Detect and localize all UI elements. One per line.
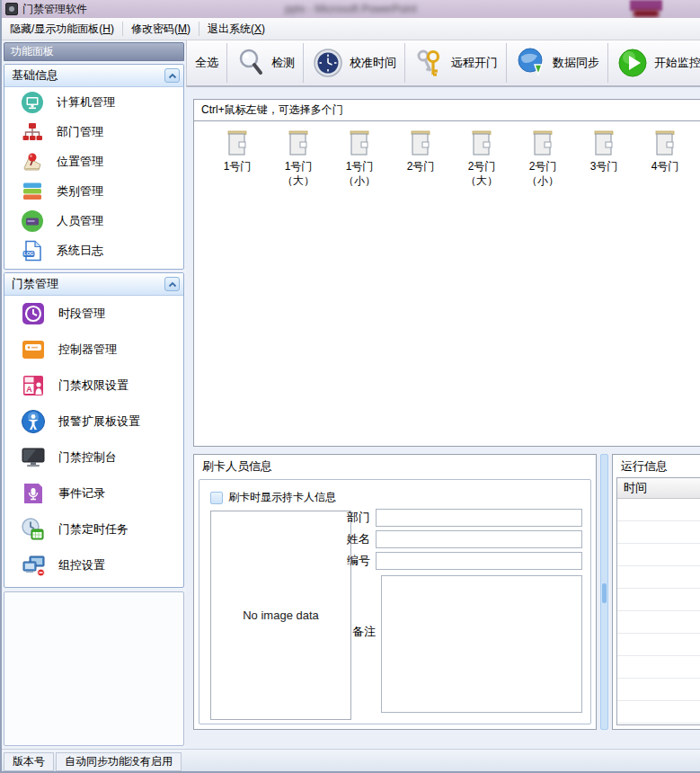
door-item[interactable]: 2号门（大） [451,129,512,188]
door-item[interactable]: 2号门（小） [512,129,573,188]
collapse-button[interactable] [164,68,180,83]
swipe-panel-body: 刷卡时显示持卡人信息 No image data 部门 姓名 编号 备注 [199,479,591,724]
no-image-text: No image data [243,609,319,622]
person-card-icon [21,209,44,233]
layers-icon [21,180,44,203]
name-label: 姓名 [199,531,376,547]
section-title: 基础信息 [12,67,164,84]
alarm-board-icon [21,409,46,434]
menu-item-change-password[interactable]: 修改密码(M) [123,18,199,40]
door-item[interactable]: 1号门 [207,129,268,188]
sidebar-item-group-control-settings[interactable]: 组控设置 [4,547,183,583]
door-list: 1号门 1号门（大） [194,121,700,188]
door-icon [226,130,248,157]
door-selection-hint: Ctrl+鼠标左键，可选择多个门 [194,100,700,121]
swipe-panel-title: 刷卡人员信息 [194,455,596,478]
door-icon [593,130,615,157]
org-chart-icon [21,120,44,144]
permission-icon: A [21,373,46,398]
door-icon [471,130,492,157]
door-item[interactable]: 1号门（大） [268,129,329,188]
schedule-icon [21,517,46,542]
time-column-header[interactable]: 时间 [617,478,700,499]
remark-field[interactable] [381,575,582,713]
select-all-button[interactable]: 全选 [187,43,226,83]
sidebar-item-access-scheduled-task[interactable]: 门禁定时任务 [4,511,183,547]
title-bar: 门禁管理软件 pptx - Microsoft PowerPoint [2,0,700,18]
play-icon [616,47,649,79]
department-field-row: 部门 [199,509,582,527]
sidebar-item-access-console[interactable]: 门禁控制台 [4,440,183,475]
status-bar: 版本号 自动同步功能没有启用 [2,749,700,773]
calibrate-time-button[interactable]: 校准时间 [304,43,404,83]
version-status-cell: 版本号 [4,752,54,771]
door-label: 3号门 [590,159,618,173]
run-info-rows [617,499,700,724]
door-item[interactable]: 3号门 [573,129,634,188]
sidebar-item-controller-management[interactable]: 控制器管理 [4,332,183,368]
sidebar-item-time-period-management[interactable]: 时段管理 [4,296,183,332]
monitor-icon [21,445,46,470]
panel-splitter[interactable] [600,454,608,730]
basic-info-section-header[interactable]: 基础信息 [4,65,183,87]
sidebar-item-department-management[interactable]: 部门管理 [4,117,183,147]
log-file-icon: LOG [21,239,44,262]
number-field-row: 编号 [199,552,582,570]
menu-item-toggle-panel[interactable]: 隐藏/显示功能面板(H) [2,18,122,40]
run-info-table: 时间 [616,477,700,725]
door-item[interactable]: 1号门（小） [329,129,390,188]
door-label: 2号门 [407,159,435,173]
magnifier-icon [235,48,266,78]
remote-open-door-button[interactable]: 远程开门 [405,43,506,83]
svg-text:A: A [26,385,32,394]
autosync-status-cell: 自动同步功能没有启用 [56,752,182,771]
door-label: 4号门 [651,159,679,173]
sidebar-item-system-log[interactable]: LOG 系统日志 [4,235,183,265]
door-label: 1号门 [224,159,252,173]
splitter-grip[interactable] [602,583,607,603]
window-title: 门禁管理软件 [22,2,87,17]
computer-icon [21,91,44,114]
access-control-group: 门禁管理 时段管理 控制器管理 [4,272,184,588]
data-sync-button[interactable]: 数据同步 [507,43,607,83]
sidebar-item-personnel-management[interactable]: 人员管理 [4,206,183,235]
time-history-icon [21,301,46,326]
door-icon [532,130,554,157]
app-window: 门禁管理软件 pptx - Microsoft PowerPoint 隐藏/显示… [0,0,700,773]
controller-icon [21,337,46,362]
sidebar-item-category-management[interactable]: 类别管理 [4,176,183,206]
door-item[interactable]: 4号门 [634,129,696,188]
sidebar-item-location-management[interactable]: 位置管理 [4,147,183,176]
number-field[interactable] [376,552,582,570]
access-control-section-header[interactable]: 门禁管理 [4,273,183,296]
collapse-button[interactable] [164,277,180,291]
department-label: 部门 [199,510,376,526]
door-label: 1号门（小） [333,159,385,188]
show-cardholder-checkbox-row[interactable]: 刷卡时显示持卡人信息 [210,490,336,505]
start-monitor-button[interactable]: 开始监控 [608,43,700,83]
basic-info-group: 基础信息 计算机管理 [4,64,184,270]
show-cardholder-checkbox[interactable] [210,492,223,504]
door-icon [410,130,431,157]
door-icon [349,130,370,157]
section-title: 门禁管理 [12,276,164,292]
clock-icon [312,47,344,79]
sidebar-item-computer-management[interactable]: 计算机管理 [4,87,183,117]
sidebar-item-access-permission-settings[interactable]: A 门禁权限设置 [4,368,183,404]
sidebar-item-event-record[interactable]: 事件记录 [4,475,183,511]
globe-sync-icon [515,47,547,79]
door-item[interactable]: 2号门 [390,129,451,188]
door-icon [654,130,676,157]
app-icon [5,3,18,15]
sidebar-empty-area [4,591,184,746]
name-field[interactable] [376,530,582,548]
menu-item-exit[interactable]: 退出系统(X) [199,18,273,40]
sidebar-item-alarm-expansion-settings[interactable]: 报警扩展板设置 [4,404,183,440]
background-window-title: pptx - Microsoft PowerPoint [285,3,417,15]
detect-button[interactable]: 检测 [227,43,303,83]
function-panel-header: 功能面板 [4,42,184,61]
department-field[interactable] [376,509,582,527]
door-label: 2号门（小） [517,159,569,188]
door-label: 2号门（大） [456,159,508,188]
swipe-info-panel: 刷卡人员信息 刷卡时显示持卡人信息 No image data 部门 姓名 [193,454,597,730]
